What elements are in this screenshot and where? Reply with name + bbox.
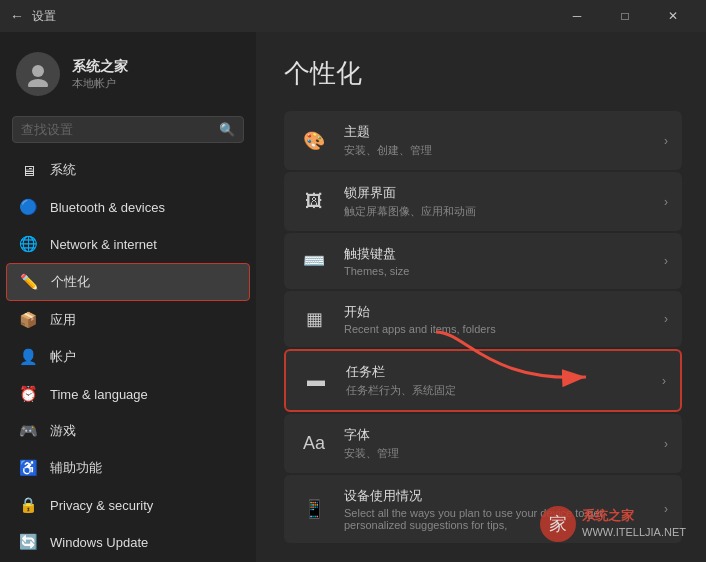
sidebar-label-accessibility: 辅助功能	[50, 459, 102, 477]
minimize-button[interactable]: ─	[554, 0, 600, 32]
windowsupdate-icon: 🔄	[18, 532, 38, 552]
settings-item-touchkeyboard[interactable]: ⌨️ 触摸键盘 Themes, size ›	[284, 233, 682, 289]
theme-arrow: ›	[664, 134, 668, 148]
taskbar-icon: ▬	[300, 365, 332, 397]
taskbar-title: 任务栏	[346, 363, 648, 381]
lockscreen-title: 锁屏界面	[344, 184, 650, 202]
settings-list: 🎨 主题 安装、创建、管理 › 🖼 锁屏界面 触定屏幕图像、应用和动画 › ⌨️…	[284, 111, 682, 543]
sidebar-item-accessibility[interactable]: ♿ 辅助功能	[6, 450, 250, 486]
title-bar: ← 设置 ─ □ ✕	[0, 0, 706, 32]
svg-point-0	[32, 65, 44, 77]
sidebar-item-windowsupdate[interactable]: 🔄 Windows Update	[6, 524, 250, 560]
back-button[interactable]: ←	[10, 8, 24, 24]
gaming-icon: 🎮	[18, 421, 38, 441]
sidebar-item-time[interactable]: ⏰ Time & language	[6, 376, 250, 412]
sidebar-item-network[interactable]: 🌐 Network & internet	[6, 226, 250, 262]
time-icon: ⏰	[18, 384, 38, 404]
apps-icon: 📦	[18, 310, 38, 330]
main-content: 个性化 🎨 主题 安装、创建、管理 › 🖼 锁屏界面 触定屏幕图像、应用和动画 …	[256, 32, 706, 562]
sidebar-item-accounts[interactable]: 👤 帐户	[6, 339, 250, 375]
settings-item-fonts[interactable]: Aa 字体 安装、管理 ›	[284, 414, 682, 473]
sidebar-item-privacy[interactable]: 🔒 Privacy & security	[6, 487, 250, 523]
sidebar-label-gaming: 游戏	[50, 422, 76, 440]
app-title: 设置	[32, 8, 56, 25]
theme-icon: 🎨	[298, 125, 330, 157]
nav-list: 🖥 系统 🔵 Bluetooth & devices 🌐 Network & i…	[0, 151, 256, 561]
deviceusage-icon: 📱	[298, 493, 330, 525]
avatar	[16, 52, 60, 96]
touchkeyboard-subtitle: Themes, size	[344, 265, 650, 277]
fonts-icon: Aa	[298, 428, 330, 460]
lockscreen-icon: 🖼	[298, 186, 330, 218]
user-profile[interactable]: 系统之家 本地帐户	[0, 32, 256, 112]
sidebar-label-network: Network & internet	[50, 237, 157, 252]
user-info: 系统之家 本地帐户	[72, 58, 128, 91]
sidebar-item-personalization[interactable]: ✏️ 个性化	[6, 263, 250, 301]
sidebar-label-time: Time & language	[50, 387, 148, 402]
accounts-icon: 👤	[18, 347, 38, 367]
touchkeyboard-title: 触摸键盘	[344, 245, 650, 263]
start-icon: ▦	[298, 303, 330, 335]
sidebar-label-personalization: 个性化	[51, 273, 90, 291]
user-name: 系统之家	[72, 58, 128, 76]
sidebar-label-system: 系统	[50, 161, 76, 179]
touchkeyboard-icon: ⌨️	[298, 245, 330, 277]
taskbar-text: 任务栏 任务栏行为、系统固定	[346, 363, 648, 398]
bluetooth-icon: 🔵	[18, 197, 38, 217]
lockscreen-subtitle: 触定屏幕图像、应用和动画	[344, 204, 650, 219]
system-icon: 🖥	[18, 160, 38, 180]
settings-item-lockscreen[interactable]: 🖼 锁屏界面 触定屏幕图像、应用和动画 ›	[284, 172, 682, 231]
touchkeyboard-arrow: ›	[664, 254, 668, 268]
start-text: 开始 Recent apps and items, folders	[344, 303, 650, 335]
watermark-logo: 家	[540, 506, 576, 542]
lockscreen-arrow: ›	[664, 195, 668, 209]
touchkeyboard-text: 触摸键盘 Themes, size	[344, 245, 650, 277]
network-icon: 🌐	[18, 234, 38, 254]
app-container: 系统之家 本地帐户 🔍 🖥 系统 🔵 Bluetooth & devices 🌐…	[0, 32, 706, 562]
taskbar-subtitle: 任务栏行为、系统固定	[346, 383, 648, 398]
restore-button[interactable]: □	[602, 0, 648, 32]
window-controls: ─ □ ✕	[554, 0, 696, 32]
search-icon: 🔍	[219, 122, 235, 137]
sidebar-label-bluetooth: Bluetooth & devices	[50, 200, 165, 215]
user-subtitle: 本地帐户	[72, 76, 128, 91]
page-title: 个性化	[284, 56, 682, 91]
svg-point-1	[28, 79, 48, 87]
privacy-icon: 🔒	[18, 495, 38, 515]
settings-item-taskbar[interactable]: ▬ 任务栏 任务栏行为、系统固定 ›	[284, 349, 682, 412]
sidebar-item-system[interactable]: 🖥 系统	[6, 152, 250, 188]
search-box[interactable]: 🔍	[12, 116, 244, 143]
sidebar-label-privacy: Privacy & security	[50, 498, 153, 513]
sidebar-label-windowsupdate: Windows Update	[50, 535, 148, 550]
sidebar-item-apps[interactable]: 📦 应用	[6, 302, 250, 338]
search-input[interactable]	[21, 122, 213, 137]
accessibility-icon: ♿	[18, 458, 38, 478]
settings-item-theme[interactable]: 🎨 主题 安装、创建、管理 ›	[284, 111, 682, 170]
theme-subtitle: 安装、创建、管理	[344, 143, 650, 158]
personalization-icon: ✏️	[19, 272, 39, 292]
fonts-arrow: ›	[664, 437, 668, 451]
sidebar-item-gaming[interactable]: 🎮 游戏	[6, 413, 250, 449]
start-title: 开始	[344, 303, 650, 321]
sidebar-label-accounts: 帐户	[50, 348, 76, 366]
sidebar: 系统之家 本地帐户 🔍 🖥 系统 🔵 Bluetooth & devices 🌐…	[0, 32, 256, 562]
start-subtitle: Recent apps and items, folders	[344, 323, 650, 335]
start-arrow: ›	[664, 312, 668, 326]
watermark: 家 系统之家 WWW.ITELLJIA.NET	[540, 506, 686, 542]
watermark-text: 系统之家 WWW.ITELLJIA.NET	[582, 508, 686, 539]
theme-text: 主题 安装、创建、管理	[344, 123, 650, 158]
theme-title: 主题	[344, 123, 650, 141]
settings-item-start[interactable]: ▦ 开始 Recent apps and items, folders ›	[284, 291, 682, 347]
lockscreen-text: 锁屏界面 触定屏幕图像、应用和动画	[344, 184, 650, 219]
sidebar-label-apps: 应用	[50, 311, 76, 329]
close-button[interactable]: ✕	[650, 0, 696, 32]
fonts-text: 字体 安装、管理	[344, 426, 650, 461]
taskbar-arrow: ›	[662, 374, 666, 388]
fonts-title: 字体	[344, 426, 650, 444]
fonts-subtitle: 安装、管理	[344, 446, 650, 461]
sidebar-item-bluetooth[interactable]: 🔵 Bluetooth & devices	[6, 189, 250, 225]
deviceusage-title: 设备使用情况	[344, 487, 650, 505]
